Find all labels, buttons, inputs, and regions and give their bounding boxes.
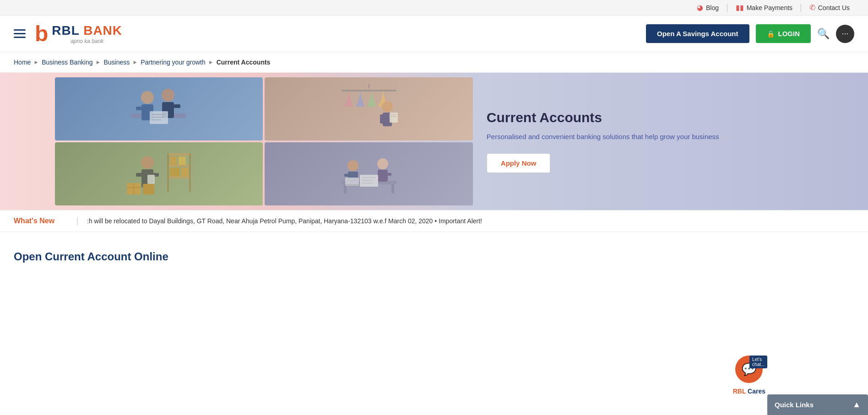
svg-rect-33: [147, 175, 155, 184]
main-content-section: Open Current Account Online: [0, 232, 868, 281]
office-meeting-svg: [332, 146, 406, 201]
contact-label: Contact Us: [818, 4, 850, 11]
svg-point-4: [162, 89, 174, 102]
fashion-svg: [332, 81, 406, 136]
header-left: b RBL BANK apno ka bank: [14, 23, 122, 45]
svg-rect-27: [170, 168, 180, 176]
hamburger-menu[interactable]: [14, 29, 26, 38]
whats-new-label: What's New: [0, 217, 78, 225]
hero-subtitle: Personalised and convenient banking solu…: [487, 132, 845, 142]
svg-rect-6: [174, 104, 180, 108]
whats-new-ticker: :h will be relocated to Dayal Buildings,…: [78, 217, 868, 225]
blog-link[interactable]: ◕ Blog: [697, 3, 719, 12]
hero-banner: Current Accounts Personalised and conven…: [0, 73, 868, 210]
breadcrumb-arrow-1: ►: [33, 59, 39, 65]
payments-icon: ▮▮: [736, 3, 744, 12]
svg-point-46: [377, 158, 388, 169]
more-button[interactable]: ···: [836, 25, 854, 43]
blog-icon: ◕: [697, 3, 703, 12]
logo-icon-b: b: [35, 23, 48, 45]
svg-rect-45: [345, 184, 359, 186]
payments-link[interactable]: ▮▮ Make Payments: [736, 3, 792, 12]
payments-label: Make Payments: [747, 4, 792, 11]
open-savings-button[interactable]: Open A Savings Account: [646, 24, 749, 43]
breadcrumb-home[interactable]: Home: [14, 59, 31, 66]
hero-image-3: [55, 142, 263, 205]
warehouse-svg: [122, 146, 195, 201]
lock-icon: 🔒: [767, 30, 775, 38]
ticker-text: :h will be relocated to Dayal Buildings,…: [87, 217, 482, 225]
search-button[interactable]: 🔍: [817, 28, 830, 40]
logo-rbl-text: RBL: [52, 23, 79, 38]
svg-point-1: [141, 91, 154, 104]
hero-images-grid: [0, 73, 477, 210]
svg-point-29: [141, 156, 154, 169]
breadcrumb-business-banking[interactable]: Business Banking: [42, 59, 92, 66]
svg-rect-22: [168, 176, 191, 178]
logo-text: RBL BANK apno ka bank: [52, 23, 122, 44]
svg-rect-25: [170, 156, 177, 165]
svg-point-13: [382, 101, 393, 112]
separator-2: |: [800, 3, 802, 12]
phone-icon: ✆: [809, 3, 815, 12]
svg-rect-35: [143, 184, 154, 194]
separator-1: |: [726, 3, 728, 12]
top-bar: ◕ Blog | ▮▮ Make Payments | ✆ Contact Us: [0, 0, 868, 16]
header-right: Open A Savings Account 🔒 LOGIN 🔍 ···: [646, 24, 854, 43]
svg-rect-26: [179, 156, 186, 165]
login-label: LOGIN: [778, 30, 800, 38]
svg-point-41: [347, 160, 358, 171]
login-button[interactable]: 🔒 LOGIN: [756, 24, 811, 43]
hero-image-2: [265, 77, 472, 140]
svg-rect-47: [378, 170, 388, 182]
logo-bank-text: BANK: [83, 23, 122, 38]
svg-rect-28: [181, 168, 189, 176]
logo-area[interactable]: b RBL BANK apno ka bank: [35, 23, 122, 45]
svg-rect-7: [150, 111, 168, 124]
blog-label: Blog: [706, 4, 719, 11]
breadcrumb-current-accounts: Current Accounts: [217, 59, 271, 66]
breadcrumb-arrow-2: ►: [96, 59, 101, 65]
business-meeting-svg: [122, 81, 195, 136]
hero-title: Current Accounts: [487, 110, 845, 125]
hero-image-4: [265, 142, 472, 205]
svg-rect-43: [344, 174, 349, 177]
apply-now-button[interactable]: Apply Now: [487, 153, 551, 173]
main-header: b RBL BANK apno ka bank Open A Savings A…: [0, 16, 868, 52]
hero-content: Current Accounts Personalised and conven…: [477, 73, 868, 210]
contact-link[interactable]: ✆ Contact Us: [809, 3, 850, 12]
breadcrumb-business[interactable]: Business: [103, 59, 130, 66]
logo-tagline: apno ka bank: [52, 38, 122, 44]
hero-image-1: [55, 77, 263, 140]
breadcrumb: Home ► Business Banking ► Business ► Par…: [0, 52, 868, 73]
svg-rect-3: [136, 107, 142, 110]
svg-rect-20: [168, 153, 191, 156]
svg-rect-48: [387, 173, 391, 176]
logo-name: RBL BANK: [52, 23, 122, 38]
svg-rect-49: [360, 175, 378, 187]
section-title: Open Current Account Online: [14, 250, 854, 263]
breadcrumb-arrow-4: ►: [208, 59, 214, 65]
svg-rect-21: [168, 165, 191, 167]
svg-rect-31: [136, 173, 142, 177]
svg-rect-17: [390, 113, 398, 123]
svg-rect-15: [380, 114, 384, 124]
breadcrumb-partnering[interactable]: Partnering your growth: [141, 59, 206, 66]
breadcrumb-arrow-3: ►: [132, 59, 138, 65]
whats-new-bar: What's New :h will be relocated to Dayal…: [0, 210, 868, 232]
svg-rect-40: [391, 184, 394, 194]
